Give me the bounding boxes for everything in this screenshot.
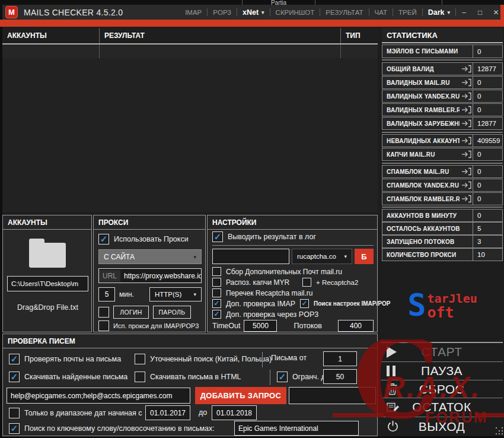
table-header: АККАУНТЫ РЕЗУЛЬТАТ ТИП <box>2 28 378 45</box>
app-window: Partia M MAILS CHECKER 4.5.2.0 IMAP POP3… <box>0 0 504 438</box>
proxy-for-imap-label: Исп. прокси для IMAP/POP3 <box>113 322 199 329</box>
extra-mail-checkbox[interactable]: ✓ <box>212 267 221 276</box>
captcha-service-dropdown[interactable]: rucaptcha.co ▾ <box>292 249 352 264</box>
login-button[interactable]: ЛОГИН <box>113 306 149 319</box>
export-arrow-icon[interactable] <box>460 106 473 114</box>
log-output-checkbox[interactable]: ✓ <box>212 231 223 242</box>
remainder-button[interactable]: ОСТАТОК <box>381 398 503 416</box>
stats-group-separator <box>382 163 503 164</box>
start-button[interactable]: СТАРТ <box>381 343 503 361</box>
log-output-label: Выводить результат в лог <box>228 233 316 241</box>
captcha-myr-checkbox[interactable]: ✓ <box>212 278 221 287</box>
download-found-checkbox[interactable]: ✓ <box>9 372 20 382</box>
stat-row-total-valid: ОБЩИЙ ВАЛИД 12877 <box>382 62 503 75</box>
stat-row-proxy-count: КОЛИЧЕСТВО ПРОКСИ 10 <box>382 248 503 261</box>
check-letters-label: Проверять почты на письма <box>24 355 121 363</box>
keyword-field[interactable] <box>234 421 359 436</box>
reset-button[interactable]: СБРОС <box>381 380 503 398</box>
menu-imap[interactable]: IMAP <box>180 9 207 16</box>
extra-query-field[interactable] <box>289 387 376 404</box>
export-arrow-icon[interactable] <box>460 92 473 100</box>
stat-row-valid-mailru: ВАЛИДНЫХ MAIL.RU 0 <box>382 76 503 89</box>
power-icon <box>387 420 399 433</box>
pop3-limit-checkbox[interactable]: ✓ <box>277 372 288 382</box>
url-prefix-label: URL <box>99 270 120 282</box>
export-arrow-icon[interactable] <box>460 167 473 176</box>
stat-row-valid-yandex: ВАЛИДНЫХ YANDEX.RU 0 <box>382 90 503 103</box>
pop3-check-checkbox[interactable]: ✓ <box>212 310 221 319</box>
proxy-interval-field[interactable] <box>98 287 115 301</box>
stat-row-spamblock-yandex: СПАМБЛОК YANDEX.RU 0 <box>382 179 503 192</box>
titlebar: M MAILS CHECKER 4.5.2.0 IMAP POP3 xNet ▾… <box>2 5 504 20</box>
date-range-checkbox[interactable]: ✓ <box>9 408 20 418</box>
recaptcha2-checkbox[interactable]: ✓ <box>302 278 311 287</box>
menu-tray[interactable]: ТРЕЙ <box>393 9 422 16</box>
chevron-down-icon: ▾ <box>261 9 264 15</box>
imap-settings-label: Поиск настроек IMAP/POP <box>314 300 390 307</box>
folder-icon[interactable] <box>29 243 66 268</box>
column-header-accounts[interactable]: АККАУНТЫ <box>2 28 100 43</box>
letters-from-label: Письма от <box>271 354 307 362</box>
export-arrow-icon[interactable] <box>460 150 473 158</box>
exit-button[interactable]: ВЫХОД <box>381 417 503 436</box>
password-button[interactable]: ПАРОЛЬ <box>153 306 191 319</box>
timeout-field[interactable] <box>244 320 277 332</box>
captcha-key-field[interactable] <box>212 249 289 264</box>
pause-button[interactable]: ПАУЗА <box>381 362 503 379</box>
proxy-for-imap-checkbox[interactable]: ✓ <box>98 320 109 331</box>
stat-row-valid-rambler: ВАЛИДНЫХ RAMBLER.RU 0 <box>382 103 503 116</box>
minimize-button[interactable]: – <box>456 5 472 20</box>
proxy-source-dropdown[interactable]: С САЙТА ▾ <box>98 249 202 264</box>
check-letters-checkbox[interactable]: ✓ <box>9 354 20 364</box>
add-query-button[interactable]: ДОБАВИТЬ ЗАПРОС <box>195 387 286 404</box>
stats-group-separator <box>382 132 503 133</box>
export-arrow-icon[interactable] <box>460 137 473 145</box>
logo-letter-s: S <box>407 292 426 318</box>
date-to-field[interactable] <box>212 405 257 420</box>
resize-grip[interactable] <box>496 427 504 436</box>
stats-group-separator <box>382 59 503 61</box>
background-separator <box>442 0 442 5</box>
file-path-field[interactable] <box>7 276 88 291</box>
balance-button[interactable]: Б <box>355 249 374 264</box>
chevron-down-icon: ▾ <box>344 253 347 259</box>
chevron-down-icon: ▾ <box>447 9 450 15</box>
date-to-label: до <box>199 408 207 417</box>
proxy-auth-checkbox[interactable]: ✓ <box>98 307 109 318</box>
pop3-limit-field[interactable] <box>323 369 357 384</box>
logo-top-text: tarJleu <box>428 292 477 305</box>
maximize-button[interactable]: □ <box>472 5 488 20</box>
theme-selector-dropdown[interactable]: Dark ▾ <box>423 8 455 17</box>
export-arrow-icon[interactable] <box>460 195 473 203</box>
stat-row-spamblock-rambler: СПАМБЛОК RAMBLER.RU 0 <box>382 192 503 205</box>
proxy-panel: ПРОКСИ ✓ Использовать Прокси С САЙТА ▾ U… <box>93 215 206 332</box>
imap-check-checkbox[interactable]: ✓ <box>212 299 221 308</box>
column-header-type[interactable]: ТИП <box>341 28 378 43</box>
proxy-type-dropdown[interactable]: HTTP(S) ▾ <box>149 287 202 301</box>
query-field[interactable] <box>7 388 190 404</box>
export-arrow-icon[interactable] <box>460 78 473 87</box>
export-arrow-icon[interactable] <box>460 181 473 189</box>
threads-field[interactable] <box>338 320 374 332</box>
imap-settings-checkbox[interactable]: ✓ <box>300 299 309 308</box>
refined-search-checkbox[interactable]: ✓ <box>135 354 145 364</box>
menu-xnet-dropdown[interactable]: xNet ▾ <box>237 8 270 17</box>
column-header-result[interactable]: РЕЗУЛЬТАТ <box>100 28 341 43</box>
download-html-checkbox[interactable]: ✓ <box>135 372 145 382</box>
keyword-search-checkbox[interactable]: ✓ <box>9 423 20 434</box>
letters-from-field[interactable] <box>323 351 357 366</box>
menu-screenshot[interactable]: СКРИНШОТ <box>270 9 320 16</box>
menu-result[interactable]: РЕЗУЛЬТАТ <box>320 9 368 16</box>
checkmark-icon: ✓ <box>100 234 108 243</box>
menu-chat[interactable]: ЧАТ <box>369 9 393 16</box>
threads-label: Потоков <box>294 322 321 330</box>
date-from-field[interactable] <box>145 405 190 420</box>
recaptcha-list-checkbox[interactable]: ✓ <box>212 288 221 297</box>
export-arrow-icon[interactable] <box>460 119 473 128</box>
results-list-area <box>2 58 378 212</box>
proxy-url-field[interactable]: URL https://proxy.webshare.io <box>98 268 202 283</box>
menu-pop3[interactable]: POP3 <box>208 9 237 16</box>
export-arrow-icon[interactable] <box>460 65 473 73</box>
use-proxy-checkbox[interactable]: ✓ <box>98 234 109 245</box>
app-title: MAILS CHECKER 4.5.2.0 <box>24 8 123 17</box>
